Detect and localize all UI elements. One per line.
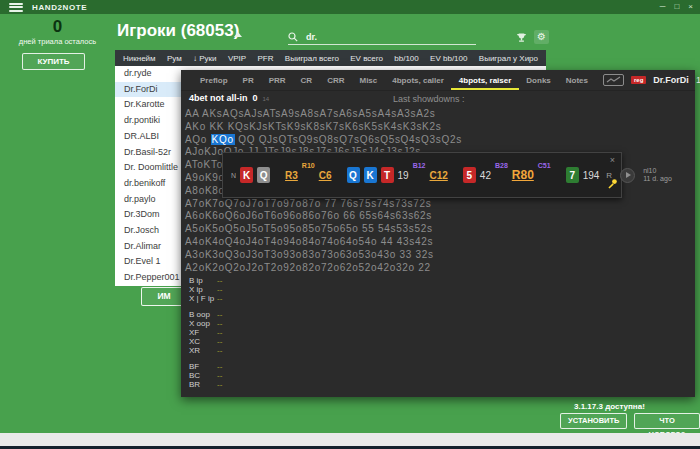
matrix-row: AQo KQo QQ QJsQTsQ9sQ8sQ7sQ6sQ5sQ4sQ3sQ2… [185, 134, 462, 147]
players-table-header: НикнеймРум↓ РукиVPIPPFRВыиграл всегоEV в… [115, 50, 546, 66]
hud-stats-popup: PreflopPRPRRCRCRRMisc4bpots, caller4bpot… [181, 70, 695, 397]
column-header-никнейм[interactable]: Никнейм [123, 54, 156, 63]
stat-label-x-f-ip: X | F ip [189, 294, 216, 303]
stat-row: B oop-- [189, 310, 222, 319]
stat-header: 4bet not all-in 0 14 [189, 93, 269, 103]
action-stat-link[interactable]: C12 [429, 170, 447, 181]
stat-value: -- [217, 380, 222, 389]
action-stat-link[interactable]: R3 [285, 170, 298, 181]
column-header-рум[interactable]: Рум [167, 54, 182, 63]
card-k: K [240, 167, 253, 183]
matrix-cells: A6oK6oQ6oJ6oT6o96o86o76o 66 65s64s63s62s [185, 210, 432, 221]
search-input[interactable]: dr. [288, 29, 476, 45]
stat-row: XC-- [189, 337, 222, 346]
action-stat-link-main[interactable]: R80 [512, 168, 534, 182]
showdown-tooltip: NKQR3R10C6QKT19B12C12542B28R80C517194Rnl… [222, 152, 622, 198]
buy-button[interactable]: КУПИТЬ [22, 53, 85, 70]
column-header-ev-всего[interactable]: EV всего [350, 54, 383, 63]
stat-label-b-oop: B oop [189, 310, 216, 319]
stat-label-bf: BF [189, 362, 216, 371]
popup-tab-bar: PreflopPRPRRCRCRRMisc4bpots, caller4bpot… [181, 70, 695, 91]
stat-row: BC-- [189, 371, 222, 380]
action-stat-superscript: R10 [302, 162, 315, 169]
column-header-руки[interactable]: ↓ Руки [193, 54, 217, 63]
stat-value: -- [217, 346, 222, 355]
tooltip-close-icon[interactable]: × [610, 155, 615, 165]
column-header-выиграл-у-хиро[interactable]: Выиграл у Хиро [479, 54, 538, 63]
trophy-icon[interactable] [514, 30, 529, 44]
tab-cr[interactable]: CR [301, 76, 313, 85]
popup-header-right: regDr.ForDi1,4k⚙× [603, 74, 700, 87]
app-name: HAND2NOTE [32, 3, 87, 12]
card-5: 5 [463, 167, 476, 183]
hand-meta: nl1011 d. ago [643, 167, 672, 184]
position-label: N [231, 172, 236, 179]
stat-label-xc: XC [189, 337, 216, 346]
close-button[interactable]: × [688, 0, 693, 14]
tab-misc[interactable]: Misc [359, 76, 377, 85]
stat-row: BR-- [189, 380, 222, 389]
tooltip-pin-icon[interactable] [607, 175, 618, 193]
whats-new-button[interactable]: ЧТО НОВОГО? [634, 413, 700, 429]
hand-age: 11 d. ago [643, 175, 672, 184]
column-header-pfr[interactable]: PFR [257, 54, 273, 63]
player-type-badge: reg [631, 76, 646, 84]
stats-group: B ip--X ip--X | F ip-- [189, 276, 222, 304]
stats-group: B oop--X oop--XF--XC--XR-- [189, 310, 222, 356]
matrix-cells: A5oK5oQ5oJ5oT5o95o85o75o65o 55 54s53s52s [185, 223, 433, 234]
pot-size-value: 19 [398, 170, 409, 181]
title-dropdown-caret-icon[interactable] [234, 32, 242, 37]
tab-preflop[interactable]: Preflop [200, 76, 228, 85]
stat-value: -- [217, 310, 222, 319]
play-icon [626, 172, 631, 178]
stat-row: X oop-- [189, 319, 222, 328]
matrix-cells: AKo KK KQsKJsKTsK9sK8sK7sK6sK5sK4sK3sK2s [185, 121, 441, 132]
matrix-row: A5oK5oQ5oJ5oT5o95o85o75o65o 55 54s53s52s [185, 223, 462, 236]
stat-label-x-ip: X ip [189, 285, 216, 294]
column-header-bb-100[interactable]: bb/100 [394, 54, 418, 63]
tab-4bpots-raiser[interactable]: 4bpots, raiser [459, 76, 511, 85]
matrix-cells: AA AKsAQsAJsATsA9sA8sA7sA6sA5sA4sA3sA2s [185, 108, 436, 119]
column-header-ev-bb-100[interactable]: EV bb/100 [430, 54, 467, 63]
stat-row: B ip-- [189, 276, 222, 285]
column-header-vpip[interactable]: VPIP [228, 54, 246, 63]
matrix-row: AA AKsAQsAJsATsA9sA8sA7sA6sA5sA4sA3sA2s [185, 108, 462, 121]
stat-value: 0 [253, 93, 258, 103]
install-update-button[interactable]: УСТАНОВИТЬ [560, 413, 627, 429]
column-header-выиграл-всего[interactable]: Выиграл всего [285, 54, 339, 63]
pot-size-value: 194 [583, 170, 600, 181]
matrix-cells: AQo [185, 134, 211, 145]
stat-label-br: BR [189, 380, 216, 389]
stat-value: -- [217, 319, 222, 328]
matrix-highlighted-hand[interactable]: KQo [211, 134, 235, 145]
stat-value: -- [217, 337, 222, 346]
trial-label: дней триала осталось [0, 37, 115, 46]
stats-group: BF--BC--BR-- [189, 362, 222, 390]
titlebar: HAND2NOTE ─ □ × [0, 0, 700, 14]
pot-size-value: 42 [480, 170, 491, 181]
tab-pr[interactable]: PR [243, 76, 254, 85]
popup-player-name: Dr.ForDi [653, 75, 689, 85]
last-showdowns-label: Last showdowns : [393, 94, 465, 104]
tab-4bpots-caller[interactable]: 4bpots, caller [392, 76, 444, 85]
minimize-button[interactable]: ─ [660, 0, 666, 14]
card-7: 7 [566, 167, 579, 183]
tab-notes[interactable]: Notes [566, 76, 588, 85]
tab-donks[interactable]: Donks [526, 76, 550, 85]
tab-crr[interactable]: CRR [327, 76, 344, 85]
graph-icon[interactable] [603, 74, 624, 86]
hamburger-menu-icon[interactable] [9, 3, 23, 12]
stakes-label: nl10 [643, 167, 672, 176]
action-stat-link[interactable]: C6 [319, 170, 332, 181]
matrix-row: A6oK6oQ6oJ6oT6o96o86o76o 66 65s64s63s62s [185, 210, 462, 223]
stat-sample-size: 14 [263, 96, 270, 102]
maximize-button[interactable]: □ [674, 0, 679, 14]
card-q: Q [347, 167, 360, 183]
bottom-strip [0, 433, 700, 446]
replay-hand-button[interactable] [620, 168, 635, 183]
tab-prr[interactable]: PRR [269, 76, 286, 85]
stat-label-bc: BC [189, 371, 216, 380]
stat-value: -- [217, 371, 222, 380]
showdown-line: NKQR3R10C6QKT19B12C12542B28R80C517194Rnl… [223, 153, 621, 197]
settings-gear-icon[interactable]: ⚙ [534, 30, 549, 44]
